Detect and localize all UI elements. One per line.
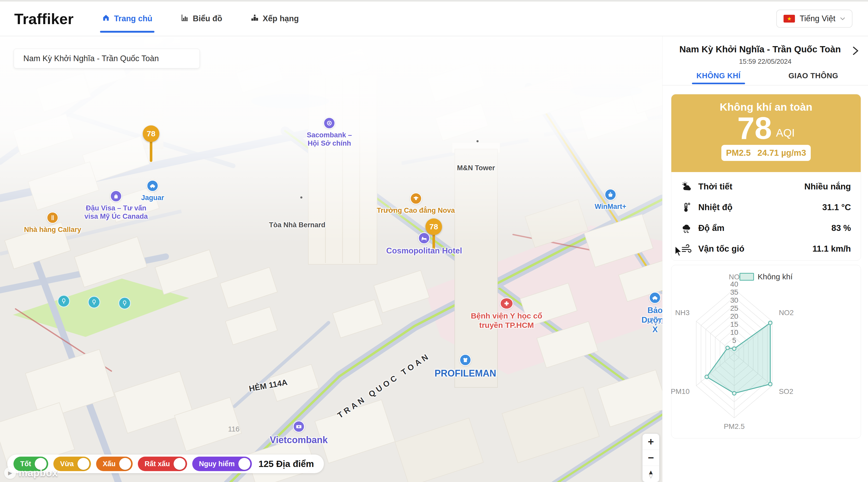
poi-nova: Trường Cao đẳng Nova <box>377 192 455 215</box>
restaurant-icon <box>46 212 59 223</box>
aqi-unit: AQI <box>776 127 795 144</box>
language-selector[interactable]: ★ Tiếng Việt <box>776 9 852 28</box>
tennis-racket-icon <box>60 298 67 305</box>
thermometer-icon <box>681 202 695 213</box>
poi-bernard: Tòa Nhà Bernard <box>269 221 326 229</box>
pm25-pill: PM2.5 24.71 µg/m3 <box>721 145 811 161</box>
poi-bao-duong-x: Bảo Dưỡng X <box>642 292 662 335</box>
search-input[interactable] <box>14 49 200 68</box>
zoom-out-button[interactable]: − <box>643 450 659 466</box>
shopping-bag-icon <box>110 190 122 202</box>
toggle-bad[interactable]: Xấu <box>96 457 133 471</box>
collapse-chevron-icon[interactable] <box>851 46 859 56</box>
aqi-marker[interactable]: 78 <box>143 125 159 142</box>
ranking-icon <box>251 14 258 24</box>
poi-dau-visa: Đậu Visa – Tư vấnvisa Mỹ Úc Canada <box>85 190 148 221</box>
bar-chart-icon <box>181 14 189 24</box>
weather-row: Thời tiết Nhiều nắng <box>681 176 851 197</box>
poi-profileman: PROFILEMAN <box>435 354 496 379</box>
aqi-summary: Không khí an toàn 78 AQI PM2.5 24.71 µg/… <box>671 94 861 172</box>
detail-sidebar: Nam Kỳ Khởi Nghĩa - Trần Quốc Toàn 15:59… <box>662 36 868 482</box>
humidity-row: Độ ẩm 83 % <box>681 218 851 238</box>
humidity-icon <box>681 222 695 234</box>
map-zoom-control: + − ▲▽ <box>642 433 660 482</box>
svg-text:NH3: NH3 <box>675 309 690 317</box>
map-area[interactable]: 78 78 Sacombank –Hội Sở chính M&N Tower … <box>0 36 662 482</box>
weather-value: 31.1 °C <box>823 202 851 212</box>
chart-legend[interactable]: Không khí <box>671 272 861 281</box>
aqi-pin-stem <box>150 140 152 162</box>
tab-traffic[interactable]: GIAO THÔNG <box>766 68 861 86</box>
svg-text:15: 15 <box>730 320 738 328</box>
toggle-moderate[interactable]: Vừa <box>53 457 91 471</box>
temperature-row: Nhiệt độ 31.1 °C <box>681 197 851 218</box>
sun-cloud-icon <box>681 181 695 192</box>
toggle-knob <box>119 458 131 470</box>
poi-sacombank: Sacombank –Hội Sở chính <box>307 117 352 148</box>
money-icon <box>293 421 305 432</box>
poi-callary: Nhà hàng Callary <box>24 212 81 234</box>
main-nav: Trang chủ Biểu đồ Xếp hạng <box>102 2 299 36</box>
sidebar-tabs: KHÔNG KHÍ GIAO THÔNG <box>671 68 861 86</box>
map-canvas[interactable] <box>0 36 662 482</box>
aqi-value: 78 <box>737 112 772 144</box>
radar-chart: 510152025303540NONO2SO2PM2.5PM10NH3 <box>671 265 861 438</box>
nav-charts[interactable]: Biểu đồ <box>181 2 222 36</box>
poi-dot <box>300 197 302 199</box>
toggle-very-bad[interactable]: Rất xấu <box>138 457 187 471</box>
svg-text:25: 25 <box>730 304 738 312</box>
tab-air-quality[interactable]: KHÔNG KHÍ <box>671 68 766 86</box>
svg-text:20: 20 <box>730 312 738 320</box>
weather-value: 11.1 km/h <box>812 244 851 254</box>
mapbox-watermark: ▶ mapbox <box>4 467 58 479</box>
aqi-marker[interactable]: 78 <box>426 218 442 235</box>
toggle-hazardous[interactable]: Nguy hiểm <box>192 457 252 471</box>
places-count: 125 Địa điểm <box>258 459 314 469</box>
basket-icon <box>604 189 616 201</box>
home-icon <box>102 14 110 24</box>
poi-dot <box>476 140 478 142</box>
pollutant-radar-card: Không khí 510152025303540NONO2SO2PM2.5PM… <box>671 265 861 439</box>
graduation-cap-icon <box>410 192 422 205</box>
weather-rows: Thời tiết Nhiều nắng Nhiệt độ 31.1 °C Độ… <box>671 172 861 259</box>
tennis-marker[interactable] <box>88 296 100 308</box>
mouse-cursor <box>675 246 684 258</box>
poi-hospital: Bệnh viện Y học cổtruyền TP.HCM <box>471 298 542 330</box>
svg-text:35: 35 <box>730 288 738 296</box>
poi-winmart: WinMart+ <box>595 189 626 211</box>
tennis-marker[interactable] <box>58 295 70 307</box>
app-logo[interactable]: Traffiker <box>14 10 73 27</box>
hotel-bed-icon <box>418 232 430 244</box>
zoom-in-button[interactable]: + <box>643 434 659 450</box>
tennis-marker[interactable] <box>118 297 131 309</box>
toggle-knob <box>238 458 250 470</box>
shirt-icon <box>459 354 471 366</box>
nav-home[interactable]: Trang chủ <box>102 2 152 36</box>
tennis-racket-icon <box>90 299 98 306</box>
weather-value: Nhiều nắng <box>804 182 851 191</box>
toggle-knob <box>78 458 89 470</box>
location-title: Nam Kỳ Khởi Nghĩa - Trần Quốc Toàn <box>673 44 847 54</box>
legend-swatch <box>740 273 754 281</box>
car-icon <box>147 180 159 192</box>
poi-vietcombank: Vietcombank <box>270 421 328 446</box>
timestamp: 15:59 22/05/2024 <box>662 58 868 66</box>
svg-text:5: 5 <box>732 336 736 344</box>
street-number-116: 116 <box>228 425 240 433</box>
poi-cosmopolitan: Cosmopolitan Hotel <box>386 232 462 255</box>
svg-text:PM2.5: PM2.5 <box>724 422 744 430</box>
svg-text:10: 10 <box>730 328 738 336</box>
car-icon <box>649 292 661 304</box>
poi-mn-tower: M&N Tower <box>457 164 495 172</box>
weather-value: 83 % <box>832 223 851 233</box>
svg-text:SO2: SO2 <box>779 387 794 395</box>
nav-ranking[interactable]: Xếp hạng <box>251 2 299 36</box>
medical-cross-icon <box>500 298 513 309</box>
wind-row: Vận tốc gió 11.1 km/h <box>681 238 851 259</box>
divider <box>662 85 868 86</box>
pitch-control-button[interactable]: ▲▽ <box>643 466 659 482</box>
bank-icon <box>323 117 335 129</box>
svg-text:NO2: NO2 <box>779 309 794 317</box>
svg-text:30: 30 <box>730 296 738 304</box>
svg-text:PM10: PM10 <box>671 387 689 395</box>
